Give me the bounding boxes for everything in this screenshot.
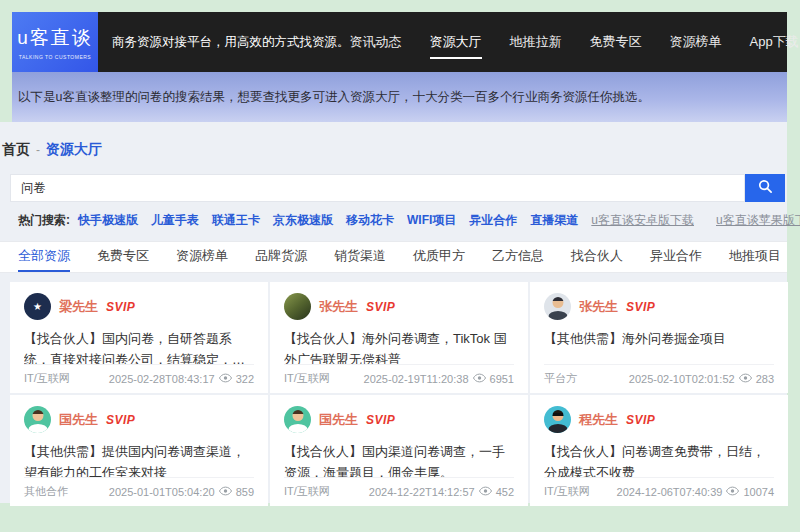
star-logo-avatar: ★ — [24, 293, 51, 320]
svip-badge: SVIP — [626, 413, 655, 427]
ios-download-link[interactable]: u客直谈苹果版下载 — [716, 212, 800, 229]
tab-find-partner[interactable]: 找合伙人 — [571, 242, 623, 272]
eye-icon — [726, 486, 739, 498]
cartoon-glasses-avatar — [24, 406, 51, 433]
card-time: 2024-12-06T07:40:39 — [617, 486, 723, 498]
card-title[interactable]: 【其他供需】海外问卷掘金项目 — [544, 329, 774, 350]
breadcrumb: 首页 - 资源大厅 — [0, 122, 787, 159]
nav-item-resource-ranking[interactable]: 资源榜单 — [670, 25, 722, 59]
card-category: IT/互联网 — [544, 484, 590, 499]
card-title[interactable]: 【其他供需】提供国内问卷调查渠道，望有能力的工作室来对接 — [24, 442, 254, 477]
breadcrumb-current: 资源大厅 — [46, 141, 102, 159]
card-category: IT/互联网 — [24, 371, 70, 386]
tab-brand-supply[interactable]: 品牌货源 — [255, 242, 307, 272]
tab-sales-channel[interactable]: 销货渠道 — [334, 242, 386, 272]
cartoon-glasses-avatar — [284, 406, 311, 433]
svip-badge: SVIP — [106, 413, 135, 427]
resource-card[interactable]: 国先生 SVIP 【找合伙人】国内渠道问卷调查，一手资源，海量题目，佣金丰厚。 … — [270, 395, 528, 506]
search-button[interactable] — [745, 174, 785, 202]
resource-card[interactable]: 张先生 SVIP 【其他供需】海外问卷掘金项目 平台方 2025-02-10T0… — [530, 282, 788, 393]
hot-search-link[interactable]: 异业合作 — [469, 212, 517, 229]
card-title[interactable]: 【找合伙人】国内问卷，自研答题系统，直接对接问卷公司，结算稳定，无需购买流量 — [24, 329, 254, 364]
card-footer: IT/互联网 2025-02-19T11:20:38 6951 — [284, 364, 514, 386]
svip-badge: SVIP — [626, 300, 655, 314]
resource-card[interactable]: 张先生 SVIP 【找合伙人】海外问卷调查，TikTok 国外广告联盟无偿科普 … — [270, 282, 528, 393]
view-count: 283 — [756, 373, 774, 385]
resource-card[interactable]: 程先生 SVIP 【找合伙人】问卷调查免费带，日结，分成模式不收费 IT/互联网… — [530, 395, 788, 506]
view-count: 322 — [236, 373, 254, 385]
card-time: 2025-01-01T05:04:20 — [109, 486, 215, 498]
resource-card[interactable]: 国先生 SVIP 【其他供需】提供国内问卷调查渠道，望有能力的工作室来对接 其他… — [10, 395, 268, 506]
eye-icon — [473, 373, 486, 385]
card-footer: 平台方 2025-02-10T02:01:52 283 — [544, 364, 774, 386]
hot-search-link[interactable]: 快手极速版 — [78, 212, 138, 229]
resource-card[interactable]: ★ 梁先生 SVIP 【找合伙人】国内问卷，自研答题系统，直接对接问卷公司，结算… — [10, 282, 268, 393]
card-category: IT/互联网 — [284, 371, 330, 386]
breadcrumb-separator: - — [36, 143, 40, 157]
main-nav: 资讯动态 资源大厅 地推拉新 免费专区 资源榜单 App下载 — [350, 25, 800, 59]
card-header: 张先生 SVIP — [284, 293, 514, 320]
tab-free-zone[interactable]: 免费专区 — [97, 242, 149, 272]
tab-all-resources[interactable]: 全部资源 — [18, 242, 70, 272]
view-count: 452 — [496, 486, 514, 498]
member-name: 程先生 — [579, 411, 618, 429]
nav-item-app-download[interactable]: App下载 — [750, 25, 799, 59]
card-category: 其他合作 — [24, 484, 68, 499]
member-name: 张先生 — [319, 298, 358, 316]
hot-search-row: 热门搜索: 快手极速版 儿童手表 联通王卡 京东极速版 移动花卡 WIFI项目 … — [18, 212, 773, 229]
breadcrumb-home-link[interactable]: 首页 — [2, 141, 30, 159]
tab-resource-ranking[interactable]: 资源榜单 — [176, 242, 228, 272]
card-footer: IT/互联网 2024-12-22T14:12:57 452 — [284, 477, 514, 499]
eye-icon — [479, 486, 492, 498]
card-title[interactable]: 【找合伙人】海外问卷调查，TikTok 国外广告联盟无偿科普 — [284, 329, 514, 364]
member-name: 梁先生 — [59, 298, 98, 316]
logo-title: u客直谈 — [17, 25, 93, 51]
card-time: 2025-02-19T11:20:38 — [364, 373, 469, 385]
content-area: 首页 - 资源大厅 热门搜索: 快手极速版 儿童手表 联通王卡 京东极速版 移动… — [0, 122, 787, 503]
card-title[interactable]: 【找合伙人】问卷调查免费带，日结，分成模式不收费 — [544, 442, 774, 477]
hot-search-link[interactable]: WIFI项目 — [407, 212, 456, 229]
hot-search-link[interactable]: 直播渠道 — [530, 212, 578, 229]
card-header: ★ 梁先生 SVIP — [24, 293, 254, 320]
tab-cross-industry[interactable]: 异业合作 — [650, 242, 702, 272]
view-count: 6951 — [490, 373, 514, 385]
suit-man-avatar — [544, 293, 571, 320]
logo-subtitle: TALKING TO CUSTOMERS — [19, 54, 91, 60]
hot-search-label: 热门搜索: — [18, 212, 70, 229]
svip-badge: SVIP — [366, 300, 395, 314]
nav-item-resource-hall[interactable]: 资源大厅 — [430, 25, 482, 59]
notice-banner: 以下是u客直谈整理的问卷的搜索结果，想要查找更多可进入资源大厅，十大分类一百多个… — [12, 72, 787, 122]
eye-icon — [739, 373, 752, 385]
card-header: 国先生 SVIP — [24, 406, 254, 433]
nav-item-news[interactable]: 资讯动态 — [350, 25, 402, 59]
card-time: 2025-02-28T08:43:17 — [109, 373, 215, 385]
hot-search-link[interactable]: 联通王卡 — [212, 212, 260, 229]
eye-icon — [219, 486, 232, 498]
search-input[interactable] — [10, 174, 745, 202]
card-header: 程先生 SVIP — [544, 406, 774, 433]
hot-search-link[interactable]: 京东极速版 — [273, 212, 333, 229]
hot-search-link[interactable]: 移动花卡 — [346, 212, 394, 229]
card-category: 平台方 — [544, 371, 577, 386]
card-title[interactable]: 【找合伙人】国内渠道问卷调查，一手资源，海量题目，佣金丰厚。 — [284, 442, 514, 477]
tab-quality-partya[interactable]: 优质甲方 — [413, 242, 465, 272]
card-footer: IT/互联网 2025-02-28T08:43:17 322 — [24, 364, 254, 386]
nav-item-ground-promotion[interactable]: 地推拉新 — [510, 25, 562, 59]
card-category: IT/互联网 — [284, 484, 330, 499]
nav-item-free-zone[interactable]: 免费专区 — [590, 25, 642, 59]
tab-ground-project[interactable]: 地推项目 — [729, 242, 781, 272]
member-name: 国先生 — [59, 411, 98, 429]
member-name: 张先生 — [579, 298, 618, 316]
android-download-link[interactable]: u客直谈安卓版下载 — [591, 212, 694, 229]
tab-partyb-info[interactable]: 乙方信息 — [492, 242, 544, 272]
notice-text: 以下是u客直谈整理的问卷的搜索结果，想要查找更多可进入资源大厅，十大分类一百多个… — [18, 89, 650, 106]
category-tabbar: 全部资源 免费专区 资源榜单 品牌货源 销货渠道 优质甲方 乙方信息 找合伙人 … — [0, 241, 787, 273]
view-count: 10074 — [743, 486, 774, 498]
site-logo[interactable]: u客直谈 TALKING TO CUSTOMERS — [12, 12, 98, 72]
view-count: 859 — [236, 486, 254, 498]
eye-icon — [219, 373, 232, 385]
hot-search-link[interactable]: 儿童手表 — [151, 212, 199, 229]
cartoon-sunglasses-avatar — [544, 406, 571, 433]
site-tagline: 商务资源对接平台，用高效的方式找资源。 — [112, 34, 350, 51]
search-bar — [10, 174, 787, 202]
